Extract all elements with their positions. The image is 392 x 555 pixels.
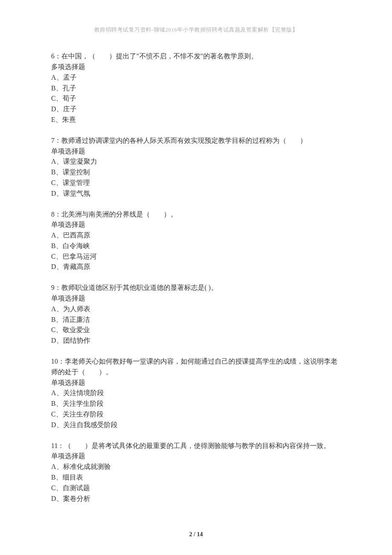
question-option: E、朱熹 <box>51 115 341 125</box>
question-type: 单项选择题 <box>51 451 341 462</box>
question-type: 单项选择题 <box>51 378 341 388</box>
question-type: 单项选择题 <box>51 220 341 230</box>
question-option: C、巴拿马运河 <box>51 251 341 262</box>
question-option: D、青藏高原 <box>51 262 341 272</box>
question-option: C、自测试题 <box>51 483 341 494</box>
question-option: A、为人师表 <box>51 304 341 315</box>
question-type: 多项选择题 <box>51 62 341 72</box>
question-stem: 7：教师通过协调课堂内的各种人际关系而有效实现预定教学目标的过程称为（ ） <box>51 136 341 146</box>
question-option: C、荀子 <box>51 93 341 104</box>
question-option: B、细目表 <box>51 472 341 483</box>
question-option: B、关注学生阶段 <box>51 399 341 409</box>
question-option: C、课堂管理 <box>51 178 341 188</box>
question-type: 单项选择题 <box>51 146 341 157</box>
page-number: 2 / 14 <box>0 531 392 538</box>
header-text: 教师招聘考试复习资料-聊城2016年小学教师招聘考试真题及答案解析【完整版】 <box>94 26 298 33</box>
question-option: D、关注自我感受阶段 <box>51 420 341 431</box>
question-stem: 10：李老师关心如何教好每一堂课的内容，如何能通过自己的授课提高学生的成绩，这说… <box>51 356 341 378</box>
question-stem: 6：在中国，（ ）提出了"不愤不启，不悱不发"的著名教学原则。 <box>51 51 341 62</box>
page-number-text: 2 / 14 <box>189 531 203 538</box>
question-option: C、敬业爱业 <box>51 325 341 335</box>
question-option: A、关注情境阶段 <box>51 388 341 399</box>
page-content: 教师招聘考试复习资料-聊城2016年小学教师招聘考试真题及答案解析【完整版】 6… <box>0 0 392 531</box>
question-option: D、案卷分析 <box>51 494 341 504</box>
question-option: C、关注生存阶段 <box>51 409 341 420</box>
question-10: 10：李老师关心如何教好每一堂课的内容，如何能通过自己的授课提高学生的成绩，这说… <box>51 356 341 431</box>
question-option: A、课堂凝聚力 <box>51 156 341 167</box>
question-stem: 8：北美洲与南美洲的分界线是（ ）。 <box>51 209 341 220</box>
question-option: D、课堂气氛 <box>51 188 341 199</box>
question-option: B、清正廉洁 <box>51 315 341 325</box>
page-header: 教师招聘考试复习资料-聊城2016年小学教师招聘考试真题及答案解析【完整版】 <box>51 26 341 34</box>
question-option: B、课堂控制 <box>51 167 341 178</box>
question-7: 7：教师通过协调课堂内的各种人际关系而有效实现预定教学目标的过程称为（ ） 单项… <box>51 136 341 199</box>
question-option: B、白令海峡 <box>51 241 341 251</box>
question-6: 6：在中国，（ ）提出了"不愤不启，不悱不发"的著名教学原则。 多项选择题 A、… <box>51 51 341 125</box>
question-9: 9：教师职业道德区别于其他职业道德的显著标志是( )。 单项选择题 A、为人师表… <box>51 283 341 346</box>
question-option: A、孟子 <box>51 72 341 83</box>
question-11: 11：（ ）是将考试具体化的最重要的工具，使得测验能够与教学的目标和内容保持一致… <box>51 441 341 504</box>
question-type: 单项选择题 <box>51 293 341 304</box>
question-stem: 11：（ ）是将考试具体化的最重要的工具，使得测验能够与教学的目标和内容保持一致… <box>51 441 341 451</box>
question-stem: 9：教师职业道德区别于其他职业道德的显著标志是( )。 <box>51 283 341 293</box>
question-option: B、孔子 <box>51 83 341 94</box>
question-option: D、庄子 <box>51 104 341 115</box>
question-option: A、巴西高原 <box>51 230 341 241</box>
question-option: D、团结协作 <box>51 335 341 346</box>
question-option: A、标准化成就测验 <box>51 462 341 472</box>
question-8: 8：北美洲与南美洲的分界线是（ ）。 单项选择题 A、巴西高原 B、白令海峡 C… <box>51 209 341 273</box>
